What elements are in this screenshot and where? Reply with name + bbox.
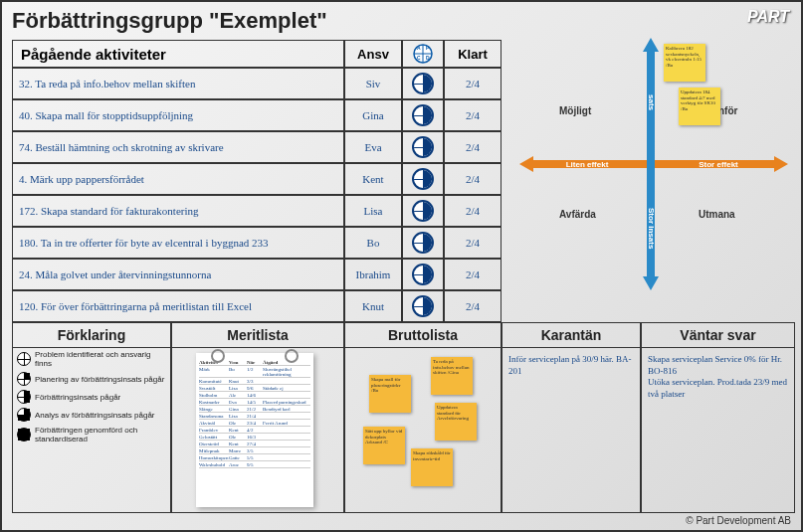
activity-pdca-5[interactable] bbox=[402, 227, 444, 259]
activity-owner-7: Knut bbox=[344, 290, 402, 322]
activity-pdca-1[interactable] bbox=[402, 99, 444, 131]
merit-row-9: GelostättOle16/3 bbox=[199, 434, 310, 441]
brutto-sticky-2[interactable]: Ta reda på info.behov mellan skiften /Gi… bbox=[431, 357, 473, 395]
activity-pdca-2[interactable] bbox=[402, 131, 444, 163]
activity-task-7: 120. För över förbättringarna på meritli… bbox=[12, 290, 344, 322]
activity-owner-2: Eva bbox=[344, 131, 402, 163]
legend-item-4: Förbättringen genomförd och standardiser… bbox=[13, 424, 170, 445]
forklaring-title: Förklaring bbox=[13, 323, 170, 348]
axis-label-left: Liten effekt bbox=[537, 155, 637, 173]
axis-label-top: sats bbox=[642, 58, 660, 147]
activity-task-5: 180. Ta in tre offerter för byte av elce… bbox=[12, 227, 344, 259]
legend-item-1: Planering av förbättringsinsats pågår bbox=[13, 370, 170, 388]
section-meritlista: Meritlista Aktivitet Vem När Åtgärd Märk… bbox=[171, 322, 344, 513]
part-logo: PART bbox=[747, 8, 789, 26]
legend-item-3: Analys av förbättringsinsats pågår bbox=[13, 406, 170, 424]
svg-text:A: A bbox=[417, 45, 421, 51]
activity-done-4: 2/4 bbox=[444, 195, 502, 227]
section-karantan: Karantän Inför serviceplan på 30/9 här. … bbox=[502, 322, 641, 513]
header-activities: Pågående aktiviteter bbox=[12, 40, 344, 68]
merit-row-2: SvustöltLisa9/6Städade ej bbox=[199, 385, 310, 392]
bruttolista-title: Bruttolista bbox=[345, 323, 501, 348]
quad-top-right: nför bbox=[718, 105, 737, 116]
matrix-sticky-1[interactable]: Kalibrera 182 sexkantsnyckeln, vk elcent… bbox=[664, 44, 705, 82]
vantar-text: Skapa serviceplan Service 0% för Hr. BO-… bbox=[642, 348, 794, 407]
section-bruttolista: Bruttolista Skapa mall för pluseringstid… bbox=[344, 322, 502, 513]
section-vantar: Väntar svar Skapa serviceplan Service 0%… bbox=[641, 322, 795, 513]
karantan-title: Karantän bbox=[502, 323, 640, 348]
activity-owner-3: Kent bbox=[344, 163, 402, 195]
header-pdca: P D C A bbox=[402, 40, 444, 68]
karantan-text: Inför serviceplan på 30/9 här. BA-201 bbox=[502, 348, 640, 383]
merit-row-0: MärkBo1/2Sluvrängstiltel reklamförning bbox=[199, 366, 310, 378]
activity-owner-4: Lisa bbox=[344, 195, 402, 227]
activity-owner-6: Ibrahim bbox=[344, 259, 402, 290]
quad-bottom-right: Utmana bbox=[699, 209, 735, 220]
activity-done-3: 2/4 bbox=[444, 163, 502, 195]
activity-task-3: 4. Märk upp pappersförrådet bbox=[12, 163, 344, 195]
brutto-sticky-4[interactable]: Skapa rökskåld för inventarie-tid bbox=[411, 448, 453, 486]
activity-done-5: 2/4 bbox=[444, 227, 502, 259]
merit-row-3: StolholmAle14/6 bbox=[199, 392, 310, 399]
activity-pdca-4[interactable] bbox=[402, 195, 444, 227]
activity-pdca-3[interactable] bbox=[402, 163, 444, 195]
activity-task-1: 40. Skapa mall för stopptidsuppföljning bbox=[12, 99, 344, 131]
brutto-sticky-1[interactable]: Sätt upp hyllor vid dekorplats Arksand /… bbox=[363, 427, 405, 464]
activity-task-0: 32. Ta reda på info.behov mellan skiften bbox=[12, 68, 344, 99]
pdca-icon: P D C A bbox=[412, 43, 434, 65]
header-owner: Ansv bbox=[344, 40, 402, 68]
activity-pdca-0[interactable] bbox=[402, 68, 444, 99]
activity-done-0: 2/4 bbox=[444, 68, 502, 99]
legend-item-0: Problem identifierat och ansvarig finns bbox=[13, 348, 170, 370]
merit-row-5: SlängeGina21/2Bendtyrd karl bbox=[199, 406, 310, 413]
activity-task-2: 74. Beställ hämtning och skrotning av sk… bbox=[12, 131, 344, 163]
whiteboard: Förbättringsgrupp "Exemplet" PART Pågåen… bbox=[0, 0, 803, 532]
merit-row-1: KommitutéKnut3/3 bbox=[199, 378, 310, 385]
svg-text:D: D bbox=[426, 55, 430, 61]
merit-row-13: WaleshuholdAroe9/5 bbox=[199, 461, 310, 468]
activity-done-1: 2/4 bbox=[444, 99, 502, 131]
priority-matrix: Liten effekt Stor effekt sats Stor insat… bbox=[519, 40, 788, 288]
activity-owner-1: Gina bbox=[344, 99, 402, 131]
activity-owner-5: Bo bbox=[344, 227, 402, 259]
board-title: Förbättringsgrupp "Exemplet" bbox=[12, 8, 327, 34]
meritlista-title: Meritlista bbox=[172, 323, 343, 348]
quad-bottom-left: Avfärda bbox=[559, 209, 596, 220]
axis-label-right: Stor effekt bbox=[669, 155, 768, 173]
activity-owner-0: Siv bbox=[344, 68, 402, 99]
merit-row-10: OterstetidKent27/4 bbox=[199, 441, 310, 447]
matrix-sticky-2[interactable]: Uppdatera 184 standard 4:7 med verktyg f… bbox=[679, 88, 720, 125]
merit-row-8: FramblevKent4/2 bbox=[199, 427, 310, 434]
activity-done-7: 2/4 bbox=[444, 290, 502, 322]
merit-row-12: HomuskitopenGatte5/5 bbox=[199, 454, 310, 461]
meritlista-notepad[interactable]: Aktivitet Vem När Åtgärd MärkBo1/2Sluvrä… bbox=[196, 353, 313, 507]
axis-label-bottom: Stor insats bbox=[642, 184, 660, 273]
brutto-sticky-0[interactable]: Skapa mall för pluseringstider /Bo bbox=[369, 375, 411, 413]
merit-row-6: StandarsonaLisa21/4 bbox=[199, 413, 310, 420]
activity-pdca-6[interactable] bbox=[402, 259, 444, 290]
section-forklaring: Förklaring Problem identifierat och ansv… bbox=[12, 322, 171, 513]
merit-row-4: KostnaderEva14/5Placerd porningeskud bbox=[199, 399, 310, 406]
legend-list: Problem identifierat och ansvarig finnsP… bbox=[13, 348, 170, 445]
activity-task-6: 24. Måla golvet under återvinningstunnor… bbox=[12, 259, 344, 290]
merit-row-7: AkvinälOle23/4Ferrit Arund bbox=[199, 420, 310, 427]
header-done: Klart bbox=[444, 40, 502, 68]
activity-done-2: 2/4 bbox=[444, 131, 502, 163]
brutto-sticky-3[interactable]: Uppdatera standard för Arvelsförvaring bbox=[435, 403, 477, 441]
quad-top-left: Möjligt bbox=[559, 105, 591, 116]
vantar-title: Väntar svar bbox=[642, 323, 794, 348]
merit-row-11: MitlepnakMarre3/5 bbox=[199, 447, 310, 454]
activity-pdca-7[interactable] bbox=[402, 290, 444, 322]
legend-item-2: Förbättringsinsats pågår bbox=[13, 388, 170, 406]
copyright: © Part Development AB bbox=[686, 515, 791, 526]
svg-text:C: C bbox=[417, 55, 421, 61]
activity-done-6: 2/4 bbox=[444, 259, 502, 290]
activity-task-4: 172. Skapa standard för fakturakontering bbox=[12, 195, 344, 227]
